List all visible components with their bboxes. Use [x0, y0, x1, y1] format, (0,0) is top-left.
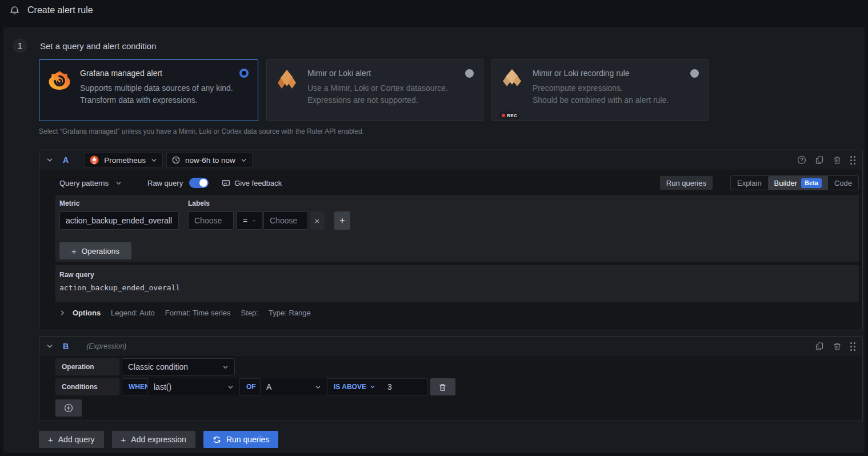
radio-selected[interactable]	[239, 69, 249, 78]
prometheus-icon	[90, 155, 99, 165]
chevron-down-icon	[151, 157, 157, 163]
help-icon[interactable]	[797, 155, 806, 165]
chevron-down-icon	[241, 157, 247, 163]
query-editor-a: A Prometheus now-6h to now	[39, 150, 863, 330]
reducer-function-select[interactable]: last()	[147, 378, 240, 395]
query-a-header: A Prometheus now-6h to now	[39, 150, 862, 170]
card-description: Supports multiple data sources of any ki…	[80, 82, 249, 106]
mode-explain[interactable]: Explain	[731, 176, 768, 190]
run-queries-button[interactable]: Run queries	[203, 431, 279, 448]
card-desc-line2: Transform data with expressions.	[80, 94, 249, 106]
query-a-toolbar: Query patterns Raw query Give feedback R…	[55, 175, 859, 191]
card-body: Mimir or Loki alert Use a Mimir, Loki or…	[307, 69, 474, 121]
label-key-select[interactable]: Choose	[188, 211, 234, 230]
operations-label: Operations	[82, 247, 119, 255]
card-desc-line2: Expressions are not supported.	[307, 94, 474, 106]
chevron-down-icon	[226, 218, 227, 224]
query-patterns-dropdown[interactable]: Query patterns	[59, 179, 122, 187]
step-title: Set a query and alert condition	[40, 41, 156, 51]
raw-query-toggle[interactable]	[189, 178, 209, 188]
label-value-placeholder: Choose	[270, 216, 297, 225]
mimir-logo-icon	[276, 69, 299, 121]
card-title: Mimir or Loki recording rule	[533, 69, 630, 78]
metric-labels-group: Metric action_backup_ended_overall Label…	[55, 195, 859, 262]
add-operations-button[interactable]: + Operations	[59, 242, 131, 259]
card-desc-line1: Supports multiple data sources of any ki…	[80, 82, 249, 94]
card-grafana-managed-alert[interactable]: Grafana managed alert Supports multiple …	[39, 59, 258, 121]
expression-ref-id: B	[63, 342, 69, 351]
page-header: Create alert rule	[0, 0, 868, 21]
card-title: Grafana managed alert	[80, 69, 162, 78]
add-expression-button[interactable]: + Add expression	[112, 431, 195, 448]
mode-builder[interactable]: Builder Beta	[768, 176, 828, 190]
label-operator-select[interactable]: =	[237, 211, 262, 230]
rec-badge-label: REC	[507, 113, 517, 118]
query-patterns-label: Query patterns	[59, 179, 109, 187]
trash-icon[interactable]	[833, 155, 842, 165]
give-feedback-link[interactable]: Give feedback	[222, 179, 282, 187]
label-operator-value: =	[243, 216, 247, 225]
chevron-right-icon[interactable]	[59, 310, 66, 316]
collapse-chevron-icon[interactable]	[46, 157, 53, 163]
add-query-label: Add query	[58, 435, 95, 444]
add-label-button[interactable]: +	[334, 211, 350, 230]
plus-icon: +	[121, 435, 126, 445]
drag-handle-icon[interactable]	[850, 156, 855, 165]
time-range-picker[interactable]: now-6h to now	[166, 152, 253, 168]
page-title: Create alert rule	[27, 5, 93, 15]
drag-handle-icon[interactable]	[850, 342, 855, 351]
bell-icon	[10, 6, 19, 15]
delete-condition-button[interactable]	[430, 378, 455, 395]
remove-label-button[interactable]: ×	[310, 211, 325, 230]
card-title: Mimir or Loki alert	[307, 69, 371, 78]
threshold-input[interactable]	[382, 379, 427, 395]
evaluator-dropdown[interactable]: IS ABOVE	[327, 383, 382, 391]
radio-unselected[interactable]	[465, 69, 474, 78]
chevron-down-icon	[115, 180, 122, 186]
toggle-knob	[199, 179, 207, 187]
label-value-select[interactable]: Choose	[263, 211, 308, 230]
card-desc-line1: Use a Mimir, Loki or Cortex datasource.	[307, 82, 474, 94]
card-mimir-loki-alert[interactable]: Mimir or Loki alert Use a Mimir, Loki or…	[266, 59, 483, 121]
run-queries-toolbar-button[interactable]: Run queries	[660, 176, 713, 190]
trash-icon[interactable]	[833, 342, 842, 351]
operation-select[interactable]: Classic condition	[122, 358, 235, 375]
operation-label-box: Operation	[55, 358, 119, 375]
query-options-row: Options Legend: Auto Format: Time series…	[55, 306, 859, 319]
labels-label: Labels	[188, 199, 350, 207]
expression-editor-b: B (Expression) Operation Classic conditi…	[39, 336, 863, 421]
duplicate-icon[interactable]	[815, 342, 824, 351]
add-condition-button[interactable]	[55, 399, 82, 417]
card-body: Mimir or Loki recording rule Precompute …	[533, 69, 699, 121]
mimir-rec-logo-icon: REC	[501, 69, 524, 121]
chevron-down-icon	[370, 384, 375, 390]
metric-select[interactable]: action_backup_ended_overall	[59, 211, 179, 230]
expression-b-actions	[815, 342, 855, 351]
metric-field: Metric action_backup_ended_overall	[59, 199, 179, 230]
raw-query-label: Raw query	[59, 271, 855, 279]
radio-unselected[interactable]	[690, 69, 699, 78]
conditions-label-box: Conditions	[55, 378, 119, 395]
query-a-actions	[797, 155, 855, 165]
labels-field: Labels Choose = Choose	[188, 199, 350, 230]
run-queries-label: Run queries	[226, 435, 270, 444]
card-mimir-loki-recording-rule[interactable]: REC Mimir or Loki recording rule Precomp…	[491, 59, 709, 121]
clock-icon	[172, 156, 180, 164]
card-description: Use a Mimir, Loki or Cortex datasource. …	[307, 82, 474, 106]
circled-plus-icon	[64, 403, 73, 413]
label-key-placeholder: Choose	[194, 216, 222, 225]
card-desc-line1: Precompute expressions.	[533, 82, 699, 94]
options-label[interactable]: Options	[73, 309, 101, 317]
sync-icon	[213, 435, 221, 444]
alert-rule-form: 1 Set a query and alert condition	[3, 27, 865, 453]
card-body: Grafana managed alert Supports multiple …	[80, 69, 249, 121]
duplicate-icon[interactable]	[815, 155, 824, 165]
query-ref-select[interactable]: A	[260, 378, 327, 395]
mode-code[interactable]: Code	[828, 176, 858, 190]
collapse-chevron-icon[interactable]	[46, 343, 53, 350]
alert-type-hint: Select “Grafana managed” unless you have…	[39, 127, 364, 135]
datasource-picker[interactable]: Prometheus	[84, 152, 163, 168]
add-query-button[interactable]: + Add query	[39, 431, 104, 448]
chevron-down-icon	[252, 218, 256, 224]
query-ref-id: A	[63, 155, 69, 165]
